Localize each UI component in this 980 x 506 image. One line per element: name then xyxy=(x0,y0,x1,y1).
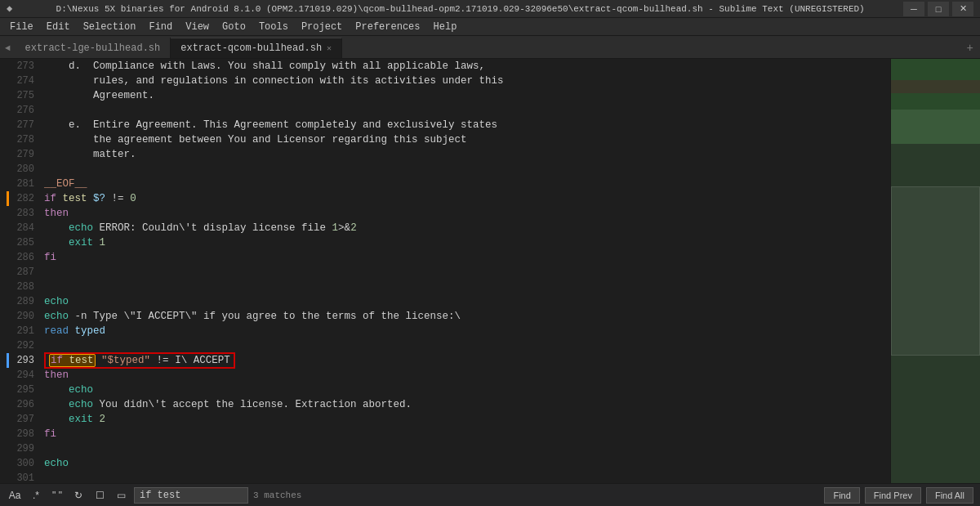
table-row: 301 xyxy=(7,471,890,483)
minimap-viewport[interactable] xyxy=(891,186,980,356)
line-number: 298 xyxy=(7,427,41,441)
line-number: 293 xyxy=(7,353,41,368)
line-number: 290 xyxy=(7,309,41,324)
tab-close-qcom[interactable]: ✕ xyxy=(327,43,332,53)
find-bar: Aa .* " " ↻ ☐ ▭ 3 matches Find Find Prev… xyxy=(0,483,980,506)
window-controls: ─ □ ✕ xyxy=(903,2,973,16)
find-input[interactable] xyxy=(134,487,248,504)
table-row: 294then xyxy=(7,368,890,383)
tab-scroll-left[interactable]: ◄ xyxy=(0,38,16,58)
line-content: exit 2 xyxy=(41,412,105,427)
table-row: 273 d. Compliance with Laws. You shall c… xyxy=(7,59,890,74)
line-number: 273 xyxy=(7,59,41,74)
line-content: echo ERROR: Couldn\'t display license fi… xyxy=(41,221,357,235)
line-number: 296 xyxy=(7,397,41,412)
line-number: 297 xyxy=(7,412,41,427)
table-row: 278 the agreement between You and Licens… xyxy=(7,132,890,147)
line-content: read typed xyxy=(41,324,105,338)
line-content xyxy=(41,103,51,118)
line-content: then xyxy=(41,368,69,383)
table-row: 274 rules, and regulations in connection… xyxy=(7,74,890,88)
line-number: 300 xyxy=(7,456,41,471)
table-row: 282if test $? != 0 xyxy=(7,191,890,206)
menu-item-help[interactable]: Help xyxy=(427,20,464,34)
line-content: if test "$typed" != I\ ACCEPT xyxy=(41,353,235,368)
table-row: 280 xyxy=(7,162,890,177)
menu-item-view[interactable]: View xyxy=(179,20,216,34)
table-row: 283then xyxy=(7,206,890,221)
find-toggle-wrap[interactable]: ↻ xyxy=(70,487,87,504)
menu-item-project[interactable]: Project xyxy=(295,20,349,34)
line-content xyxy=(41,265,51,280)
line-number: 282 xyxy=(7,191,41,206)
line-content: fi xyxy=(41,427,56,441)
table-row: 293if test "$typed" != I\ ACCEPT xyxy=(7,353,890,368)
line-number: 287 xyxy=(7,265,41,280)
menu-item-tools[interactable]: Tools xyxy=(252,20,295,34)
find-toggle-case[interactable]: Aa xyxy=(7,487,23,504)
table-row: 295 echo xyxy=(7,383,890,397)
menu-item-find[interactable]: Find xyxy=(142,20,179,34)
menu-item-edit[interactable]: Edit xyxy=(40,20,77,34)
table-row: 300echo xyxy=(7,456,890,471)
line-content xyxy=(41,162,51,177)
menu-item-file[interactable]: File xyxy=(3,20,40,34)
code-area[interactable]: 273 d. Compliance with Laws. You shall c… xyxy=(0,59,890,483)
line-number: 291 xyxy=(7,324,41,338)
line-number: 283 xyxy=(7,206,41,221)
line-number: 288 xyxy=(7,280,41,294)
line-content: matter. xyxy=(41,147,136,162)
table-row: 297 exit 2 xyxy=(7,412,890,427)
line-number: 301 xyxy=(7,471,41,483)
line-content: echo You didn\'t accept the license. Ext… xyxy=(41,397,412,412)
table-row: 275 Agreement. xyxy=(7,88,890,103)
table-row: 288 xyxy=(7,280,890,294)
app-icon: ◆ xyxy=(7,2,12,15)
maximize-button[interactable]: □ xyxy=(928,2,949,16)
line-content: echo -n Type \"I ACCEPT\" if you agree t… xyxy=(41,309,461,324)
menu-item-goto[interactable]: Goto xyxy=(216,20,252,34)
line-content: if test $? != 0 xyxy=(41,191,136,206)
find-button[interactable]: Find xyxy=(824,487,859,504)
line-number: 292 xyxy=(7,338,41,353)
tab-bar: ◄ extract-lge-bullhead.sh extract-qcom-b… xyxy=(0,36,980,59)
find-toggle-regex[interactable]: .* xyxy=(28,487,44,504)
line-content: echo xyxy=(41,456,69,471)
menu-item-preferences[interactable]: Preferences xyxy=(349,20,426,34)
find-prev-button[interactable]: Find Prev xyxy=(865,487,921,504)
title-bar: ◆ D:\Nexus 5X binaries for Android 8.1.0… xyxy=(0,0,980,18)
table-row: 296 echo You didn\'t accept the license.… xyxy=(7,397,890,412)
find-toggle-highlight[interactable]: ▭ xyxy=(113,487,129,504)
line-number: 295 xyxy=(7,383,41,397)
tab-extract-qcom[interactable]: extract-qcom-bullhead.sh ✕ xyxy=(171,38,342,58)
line-content: rules, and regulations in connection wit… xyxy=(41,74,504,88)
menu-item-selection[interactable]: Selection xyxy=(77,20,143,34)
find-toggle-context[interactable]: ☐ xyxy=(91,487,108,504)
line-number: 299 xyxy=(7,441,41,456)
minimap[interactable] xyxy=(890,59,980,483)
close-button[interactable]: ✕ xyxy=(952,2,973,16)
line-number: 289 xyxy=(7,294,41,309)
line-number: 274 xyxy=(7,74,41,88)
line-number: 276 xyxy=(7,103,41,118)
find-all-button[interactable]: Find All xyxy=(926,487,973,504)
line-content: __EOF__ xyxy=(41,177,87,191)
line-content: d. Compliance with Laws. You shall compl… xyxy=(41,59,485,74)
table-row: 285 exit 1 xyxy=(7,235,890,250)
line-content xyxy=(41,280,51,294)
line-content: exit 1 xyxy=(41,235,105,250)
line-number: 281 xyxy=(7,177,41,191)
tab-label-lge: extract-lge-bullhead.sh xyxy=(25,43,161,54)
line-content: echo xyxy=(41,383,93,397)
table-row: 286fi xyxy=(7,250,890,265)
line-content: fi xyxy=(41,250,56,265)
table-row: 292 xyxy=(7,338,890,353)
find-toggle-whole-word[interactable]: " " xyxy=(49,487,65,504)
tab-extract-lge[interactable]: extract-lge-bullhead.sh xyxy=(16,38,172,58)
tab-add-button[interactable]: + xyxy=(960,38,980,58)
minimize-button[interactable]: ─ xyxy=(903,2,924,16)
table-row: 284 echo ERROR: Couldn\'t display licens… xyxy=(7,221,890,235)
table-row: 287 xyxy=(7,265,890,280)
line-number: 284 xyxy=(7,221,41,235)
line-number: 294 xyxy=(7,368,41,383)
